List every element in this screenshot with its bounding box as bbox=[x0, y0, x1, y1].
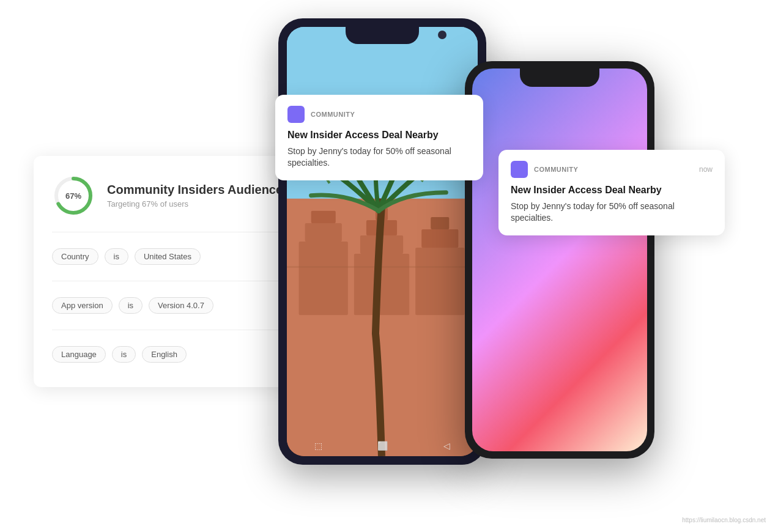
iphone bbox=[465, 61, 654, 459]
notif-iphone-header-row: COMMUNITY now bbox=[511, 161, 713, 178]
divider-1 bbox=[52, 232, 297, 232]
notif-android-title: New Insider Access Deal Nearby bbox=[287, 129, 471, 142]
android-back-icon: ⬚ bbox=[314, 441, 322, 451]
notif-android-header: COMMUNITY bbox=[287, 106, 471, 123]
android-navbar: ⬚ ⬜ ◁ bbox=[287, 437, 478, 455]
svg-rect-12 bbox=[421, 229, 458, 248]
notif-iphone-icon bbox=[511, 161, 528, 178]
android-recent-icon: ◁ bbox=[443, 441, 450, 451]
watermark: https://liumilaocn.blog.csdn.net bbox=[682, 517, 766, 523]
audience-info: Community Insiders Audience Targeting 67… bbox=[107, 183, 283, 209]
iphone-screen bbox=[472, 68, 647, 451]
android-screen bbox=[287, 27, 478, 456]
notif-iphone-header-left: COMMUNITY bbox=[511, 161, 578, 178]
filter-row-country: Country is United States bbox=[52, 242, 297, 271]
notif-iphone-title: New Insider Access Deal Nearby bbox=[511, 184, 713, 197]
filter-label-appversion: App version bbox=[52, 297, 113, 314]
notification-card-android: COMMUNITY New Insider Access Deal Nearby… bbox=[275, 95, 483, 180]
svg-rect-6 bbox=[311, 211, 336, 223]
svg-rect-11 bbox=[415, 248, 464, 315]
filter-label-country: Country bbox=[52, 248, 98, 265]
filter-value-language: English bbox=[142, 346, 187, 363]
android-notch bbox=[346, 27, 419, 44]
android-camera bbox=[438, 31, 446, 39]
notif-android-body: Stop by Jenny's today for 50% off season… bbox=[287, 146, 471, 169]
android-shell: ⬚ ⬜ ◁ bbox=[278, 18, 486, 465]
svg-rect-14 bbox=[287, 266, 478, 268]
audience-title: Community Insiders Audience bbox=[107, 183, 283, 197]
notif-iphone-body: Stop by Jenny's today for 50% off season… bbox=[511, 201, 713, 224]
filter-value-appversion: Version 4.0.7 bbox=[149, 297, 213, 314]
divider-3 bbox=[52, 330, 297, 330]
divider-2 bbox=[52, 281, 297, 281]
audience-header: 67% Community Insiders Audience Targetin… bbox=[52, 174, 297, 217]
filter-op-appversion: is bbox=[119, 297, 143, 314]
notification-card-iphone: COMMUNITY now New Insider Access Deal Ne… bbox=[498, 150, 725, 235]
notif-android-icon bbox=[287, 106, 305, 123]
filter-value-country: United States bbox=[135, 248, 201, 265]
notif-iphone-time: now bbox=[699, 165, 713, 174]
notif-iphone-app-name: COMMUNITY bbox=[534, 166, 578, 173]
donut-label: 67% bbox=[65, 191, 81, 201]
iphone-notch bbox=[520, 68, 599, 87]
svg-rect-5 bbox=[305, 223, 342, 242]
android-home-icon: ⬜ bbox=[377, 441, 388, 451]
android-phone: ⬚ ⬜ ◁ bbox=[278, 18, 486, 465]
notif-android-app-name: COMMUNITY bbox=[311, 111, 355, 118]
donut-chart: 67% bbox=[52, 174, 95, 217]
audience-subtitle: Targeting 67% of users bbox=[107, 199, 283, 209]
iphone-shell bbox=[465, 61, 654, 459]
filter-op-language: is bbox=[112, 346, 136, 363]
audience-card: 67% Community Insiders Audience Targetin… bbox=[34, 156, 315, 387]
filter-op-country: is bbox=[105, 248, 128, 265]
svg-rect-13 bbox=[431, 217, 449, 229]
palm-tree-image bbox=[287, 27, 478, 456]
filter-label-language: Language bbox=[52, 346, 106, 363]
filter-row-language: Language is English bbox=[52, 340, 297, 369]
svg-rect-4 bbox=[299, 242, 348, 315]
filter-row-appversion: App version is Version 4.0.7 bbox=[52, 291, 297, 320]
